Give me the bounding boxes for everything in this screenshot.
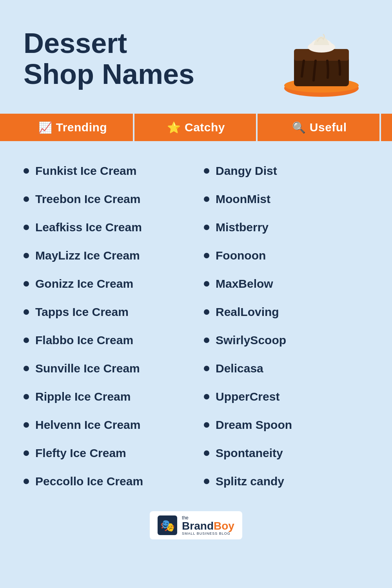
list-item: Flefty Ice Cream [16,439,196,467]
bullet-point [24,338,29,343]
item-name: Funkist Ice Cream [35,164,136,178]
bullet-point [24,225,29,230]
bullet-point [204,338,209,343]
list-item: UpperCrest [196,383,376,411]
list-item: Tapps Ice Cream [16,298,196,326]
bullet-point [24,309,29,315]
item-name: UpperCrest [216,390,279,404]
logo-text: the BrandBoy SMALL BUSINESS BLOG [182,515,234,535]
item-name: MoonMist [216,192,270,206]
tab-catchy[interactable]: ⭐ Catchy [134,114,258,141]
dessert-illustration [274,16,368,102]
item-name: Spontaneity [216,446,283,460]
item-name: Sunville Ice Cream [35,361,140,376]
bullet-point [204,253,209,258]
list-column-right: Dangy Dist MoonMist Mistberry Foonoon Ma… [196,157,376,495]
bullet-point [204,196,209,202]
page-wrapper: Dessert Shop Names [0,0,392,588]
bullet-point [24,366,29,371]
tab-trending-label: Trending [56,121,107,134]
list-item: Dangy Dist [196,157,376,185]
logo-icon: 🎭 [158,515,177,535]
bullet-point [24,394,29,399]
item-name: RealLoving [216,305,279,319]
tab-useful[interactable]: 🔍 Useful [258,114,381,141]
bullet-point [24,253,29,258]
item-name: Helvenn Ice Cream [35,418,140,432]
list-item: Funkist Ice Cream [16,157,196,185]
list-item: MaxBelow [196,270,376,298]
header: Dessert Shop Names [0,0,392,110]
tab-bar: 📈 Trending ⭐ Catchy 🔍 Useful [0,114,392,141]
list-item: Treebon Ice Cream [16,185,196,213]
page-title: Dessert Shop Names [24,28,274,90]
list-item: Peccollo Ice Cream [16,467,196,495]
list-item: Gonizz Ice Cream [16,270,196,298]
trending-icon: 📈 [38,121,52,134]
item-name: Dream Spoon [216,418,292,432]
list-item: Leafkiss Ice Cream [16,213,196,241]
list-item: Foonoon [196,241,376,270]
bullet-point [204,479,209,484]
item-name: MayLizz Ice Cream [35,249,140,263]
item-name: Splitz candy [216,474,284,488]
item-name: Gonizz Ice Cream [35,277,133,291]
logo-brandname: BrandBoy [182,521,234,532]
tab-trending[interactable]: 📈 Trending [11,114,134,141]
bullet-point [24,422,29,428]
item-name: Treebon Ice Cream [35,192,140,206]
list-item: MayLizz Ice Cream [16,241,196,270]
bullet-point [204,450,209,456]
item-name: Tapps Ice Cream [35,305,129,319]
tab-useful-label: Useful [310,121,347,134]
item-name: Flefty Ice Cream [35,446,126,460]
item-name: Mistberry [216,220,269,234]
item-name: Flabbo Ice Cream [35,333,133,347]
list-item: SwirlyScoop [196,326,376,354]
tab-catchy-label: Catchy [185,121,225,134]
list-item: MoonMist [196,185,376,213]
brand-logo: 🎭 the BrandBoy SMALL BUSINESS BLOG [150,511,242,539]
item-name: Ripple Ice Cream [35,390,131,404]
list-item: Ripple Ice Cream [16,383,196,411]
list-column-left: Funkist Ice Cream Treebon Ice Cream Leaf… [16,157,196,495]
item-name: Foonoon [216,249,266,263]
item-name: MaxBelow [216,277,273,291]
tab-right-accent [381,114,392,141]
item-name: Delicasa [216,361,263,376]
list-item: Mistberry [196,213,376,241]
bullet-point [204,281,209,287]
list-item: Splitz candy [196,467,376,495]
list-item: Sunville Ice Cream [16,354,196,383]
list-item: Dream Spoon [196,411,376,439]
catchy-icon: ⭐ [167,121,181,134]
list-item: Delicasa [196,354,376,383]
bullet-point [24,479,29,484]
logo-tagline: SMALL BUSINESS BLOG [182,532,230,535]
bullet-point [24,450,29,456]
item-name: Peccollo Ice Cream [35,474,143,488]
bullet-point [204,168,209,174]
names-list: Funkist Ice Cream Treebon Ice Cream Leaf… [0,141,392,503]
list-item: Flabbo Ice Cream [16,326,196,354]
list-item: Spontaneity [196,439,376,467]
bullet-point [204,422,209,428]
list-item: RealLoving [196,298,376,326]
bullet-point [24,196,29,202]
bullet-point [204,366,209,371]
bullet-point [204,394,209,399]
bullet-point [204,225,209,230]
item-name: SwirlyScoop [216,333,286,347]
item-name: Leafkiss Ice Cream [35,220,142,234]
useful-icon: 🔍 [292,121,306,134]
bullet-point [204,309,209,315]
list-item: Helvenn Ice Cream [16,411,196,439]
tab-left-accent [0,114,11,141]
bullet-point [24,281,29,287]
item-name: Dangy Dist [216,164,277,178]
bullet-point [24,168,29,174]
